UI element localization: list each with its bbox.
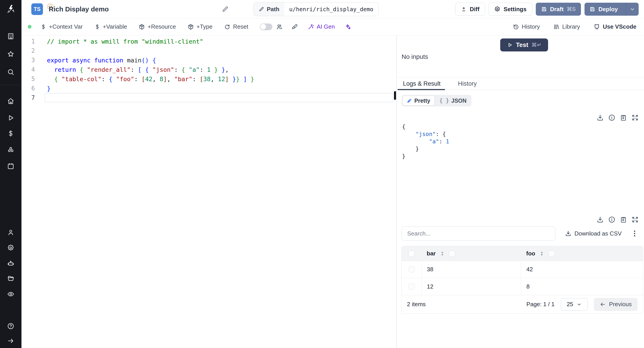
code-line[interactable]: 5 { "table-col": { "foo": [42, 8], "bar"… — [22, 74, 396, 84]
code-line[interactable]: 7 — [22, 93, 396, 102]
code-line[interactable]: 2 — [22, 46, 396, 56]
line-number: 7 — [22, 94, 45, 101]
expand-fullscreen-icon[interactable] — [632, 114, 639, 121]
code-line[interactable]: 6} — [22, 84, 396, 93]
row-checkbox[interactable] — [408, 266, 414, 272]
path-selector[interactable]: Path u/henri/rich_display_demo — [254, 2, 378, 16]
json-line: "a": 1 — [402, 138, 449, 145]
resources-cubes-icon[interactable] — [7, 146, 14, 154]
json-view-button[interactable]: { } JSON — [435, 96, 470, 106]
code-editor[interactable]: 1// import * as wmill from "windmill-cli… — [22, 35, 396, 348]
line-number: 2 — [22, 48, 45, 54]
plus-minus-icon — [461, 6, 467, 12]
history-label: History — [522, 23, 540, 30]
table-cell: 42 — [521, 261, 643, 278]
copy-clipboard-icon[interactable] — [620, 216, 627, 223]
add-type-button[interactable]: +Type — [188, 23, 213, 30]
users-person-icon[interactable] — [7, 229, 14, 236]
reset-button[interactable]: Reset — [224, 23, 248, 30]
copy-clipboard-icon[interactable] — [620, 114, 627, 121]
multiplayer-users-icon[interactable] — [276, 24, 283, 30]
save-icon — [541, 6, 547, 12]
reset-label: Reset — [233, 23, 248, 30]
info-icon[interactable] — [608, 114, 616, 121]
sort-foo-icon[interactable] — [539, 251, 544, 256]
table-row: 128 — [402, 278, 643, 295]
download-icon — [565, 230, 571, 236]
variables-dollar-icon[interactable] — [7, 130, 14, 137]
tab-history[interactable]: History — [458, 80, 477, 87]
diff-button[interactable]: Diff — [455, 3, 485, 16]
info-icon[interactable] — [608, 216, 616, 223]
result-view-toggle: Pretty { } JSON — [402, 95, 471, 106]
history-button[interactable]: History — [513, 23, 540, 30]
deploy-button-label: Deploy — [598, 6, 618, 13]
test-run-button[interactable]: Test ⌘↵ — [500, 38, 548, 52]
download-csv-button[interactable]: Download as CSV — [565, 226, 622, 241]
home-icon[interactable] — [7, 98, 14, 105]
favorites-star-icon[interactable] — [7, 50, 14, 58]
ai-gen-label: AI Gen — [317, 23, 335, 30]
table-footer: 2 items Page: 1 / 1 25 Previous — [402, 295, 643, 313]
tab-logs-result[interactable]: Logs & Result — [403, 80, 440, 87]
format-brush-icon[interactable] — [292, 24, 298, 30]
audit-logs-eye-icon[interactable] — [7, 290, 14, 298]
expand-fullscreen-icon[interactable] — [632, 216, 639, 223]
page-size-select[interactable]: 25 — [561, 298, 588, 311]
path-value: u/henri/rich_display_demo — [284, 2, 378, 16]
expand-sidebar-arrow-icon[interactable] — [7, 337, 14, 344]
pretty-label: Pretty — [414, 98, 430, 104]
pretty-view-button[interactable]: Pretty — [402, 96, 434, 106]
add-resource-button[interactable]: +Resource — [139, 23, 176, 30]
use-vscode-button[interactable]: Use VScode — [594, 23, 636, 30]
add-variable-button[interactable]: +Variable — [94, 23, 127, 30]
filter-foo-box[interactable] — [548, 250, 554, 256]
splitter-drag-handle[interactable] — [394, 91, 396, 100]
search-icon[interactable] — [7, 68, 14, 76]
draft-button[interactable]: Draft ⌘S — [536, 3, 581, 16]
chevron-down-icon — [630, 6, 635, 12]
panel-splitter[interactable] — [396, 35, 397, 348]
sort-bar-icon[interactable] — [440, 251, 445, 256]
ai-gen-button[interactable]: AI Gen — [308, 23, 335, 30]
library-button[interactable]: Library — [553, 23, 580, 30]
settings-button[interactable]: Settings — [488, 3, 532, 16]
settings-button-label: Settings — [504, 6, 526, 13]
folders-icon[interactable] — [7, 275, 14, 282]
download-csv-label: Download as CSV — [574, 230, 622, 237]
code-line[interactable]: 3export async function main() { — [22, 56, 396, 65]
workspace-building-icon[interactable] — [7, 33, 14, 40]
add-context-var-button[interactable]: +Context Var — [40, 23, 83, 30]
settings-gear-icon[interactable] — [7, 244, 14, 252]
page-title: Rich Display demo — [49, 5, 109, 13]
draft-button-label: Draft — [550, 6, 564, 13]
download-result-icon[interactable] — [596, 114, 604, 121]
json-line: { — [402, 123, 449, 130]
runs-play-icon[interactable] — [7, 114, 14, 122]
deploy-button[interactable]: Deploy — [584, 3, 639, 16]
schedules-calendar-icon[interactable] — [7, 162, 14, 170]
filter-bar-box[interactable] — [449, 250, 455, 256]
page-size-value: 25 — [567, 301, 573, 308]
editor-toolbar: +Context Var +Variable +Resource +Type R… — [22, 18, 644, 35]
deploy-dropdown-toggle[interactable] — [626, 3, 639, 16]
row-checkbox[interactable] — [408, 284, 414, 290]
workers-robot-icon[interactable] — [7, 260, 14, 267]
draft-shortcut: ⌘S — [567, 6, 576, 12]
help-icon[interactable] — [7, 322, 14, 330]
code-line[interactable]: 1// import * as wmill from "windmill-cli… — [22, 37, 396, 46]
sparkles-icon[interactable] — [344, 24, 351, 30]
collaboration-toggle[interactable] — [260, 24, 272, 30]
indent-guide — [69, 65, 70, 84]
page-indicator: Page: 1 / 1 — [526, 301, 554, 308]
edit-title-pencil-icon[interactable] — [222, 6, 228, 12]
table-menu-kebab-icon[interactable] — [631, 230, 638, 238]
previous-page-button[interactable]: Previous — [594, 298, 638, 311]
windmill-logo-icon[interactable] — [5, 4, 16, 16]
table-search-input[interactable] — [402, 226, 556, 241]
download-result-icon[interactable] — [596, 216, 604, 223]
table-row: 3842 — [402, 261, 643, 278]
result-tabs: Logs & Result History — [397, 78, 644, 90]
select-all-checkbox[interactable] — [408, 250, 414, 256]
code-line[interactable]: 4 return { "render_all": [ { "json": { "… — [22, 65, 396, 74]
